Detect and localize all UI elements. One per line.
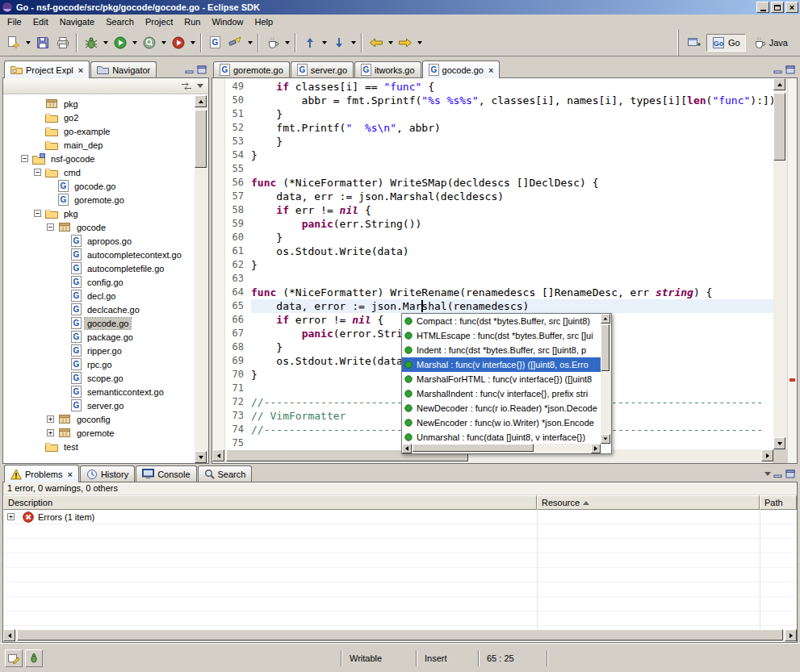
collapse-icon[interactable]: −: [34, 169, 41, 176]
code-line-61[interactable]: os.Stdout.Write(data): [251, 244, 773, 258]
code-line-59[interactable]: panic(err.String()): [251, 217, 773, 231]
expand-icon[interactable]: +: [47, 429, 54, 436]
tree-item-goremote-go[interactable]: Ggoremote.go: [3, 193, 195, 207]
tree-item-package-go[interactable]: Gpackage.go: [3, 330, 195, 344]
code-line-57[interactable]: data, err := json.Marshal(decldescs): [251, 190, 773, 203]
scroll-up-icon[interactable]: [195, 95, 207, 107]
close-tab-icon[interactable]: ×: [67, 470, 72, 478]
new-java-element-dropdown-icon[interactable]: [283, 32, 291, 52]
view-menu-icon[interactable]: [764, 472, 771, 476]
minimize-view-icon[interactable]: [773, 470, 783, 478]
close-window-icon[interactable]: ×: [785, 2, 798, 13]
search-button[interactable]: [225, 32, 245, 52]
code-line-55[interactable]: [251, 162, 773, 176]
menu-search[interactable]: Search: [100, 15, 140, 28]
open-perspective-button[interactable]: [684, 32, 704, 52]
tree-item-cmd[interactable]: −cmd: [3, 165, 195, 179]
tree-item-goremote[interactable]: +goremote: [3, 426, 195, 440]
previous-annotation-dropdown-icon[interactable]: [320, 32, 329, 52]
tree-item-go-example[interactable]: go-example: [3, 124, 195, 138]
code-line-58[interactable]: if err != nil {: [251, 203, 773, 217]
forward-history-button[interactable]: [395, 32, 415, 52]
next-annotation-button[interactable]: [329, 32, 349, 52]
perspective-go[interactable]: GoGo: [706, 34, 746, 52]
tree-scrollbar[interactable]: [195, 95, 208, 463]
problems-row-errors-1-item[interactable]: +Errors (1 item): [3, 510, 797, 524]
view-tab-search[interactable]: Search: [198, 465, 253, 482]
previous-annotation-button[interactable]: [299, 32, 320, 52]
editor-tab-gocode-go[interactable]: Ggocode.go×: [422, 61, 501, 78]
completion-compact[interactable]: Compact : func(dst *bytes.Buffer, src []…: [402, 314, 601, 328]
code-line-51[interactable]: }: [251, 107, 773, 121]
new-wizard-button[interactable]: [3, 32, 23, 52]
view-tab-problems[interactable]: Problems×: [4, 465, 79, 482]
forward-history-dropdown-icon[interactable]: [415, 32, 424, 52]
link-with-editor-icon[interactable]: [181, 81, 192, 91]
tree-item-declcache-go[interactable]: Gdeclcache.go: [3, 303, 195, 316]
fast-view-icon[interactable]: [5, 649, 23, 667]
view-tab-console[interactable]: Console: [136, 465, 196, 482]
maximize-view-icon[interactable]: [197, 65, 207, 74]
popup-horizontal-scrollbar[interactable]: [402, 444, 601, 453]
new-java-element-button[interactable]: [262, 32, 283, 52]
tree-item-goconfig[interactable]: +goconfig: [3, 412, 195, 426]
code-line-50[interactable]: abbr = fmt.Sprintf("%s %s%s", classes[i]…: [251, 94, 773, 107]
completion-indent[interactable]: Indent : func(dst *bytes.Buffer, src []u…: [402, 343, 601, 357]
tree-item-rpc-go[interactable]: Grpc.go: [3, 357, 195, 371]
scroll-up-icon[interactable]: [773, 78, 785, 90]
collapse-icon[interactable]: −: [34, 210, 41, 217]
run-button[interactable]: [110, 32, 130, 52]
view-tab-history[interactable]: History: [80, 465, 135, 482]
code-line-63[interactable]: [251, 272, 773, 286]
tree-item-config-go[interactable]: Gconfig.go: [3, 275, 195, 289]
scroll-down-icon[interactable]: [195, 451, 207, 463]
tree-item-scope-go[interactable]: Gscope.go: [3, 371, 195, 385]
menu-window[interactable]: Window: [206, 15, 249, 28]
column-header-path[interactable]: Path: [760, 495, 797, 510]
maximize-editor-icon[interactable]: [785, 65, 795, 74]
editor-vertical-scrollbar[interactable]: [773, 78, 787, 449]
completion-marshal[interactable]: Marshal : func(v interface{}) ([]uint8, …: [402, 357, 601, 372]
problems-horizontal-scrollbar[interactable]: [3, 629, 797, 642]
completion-unmarshal[interactable]: Unmarshal : func(data []uint8, v interfa…: [402, 430, 601, 444]
run-profile-button[interactable]: [168, 32, 188, 52]
new-wizard-dropdown-icon[interactable]: [23, 32, 32, 52]
view-menu-icon[interactable]: [197, 84, 203, 88]
code-line-65[interactable]: data, error := json.Marshal(renamedescs): [251, 299, 773, 313]
tree-item-semanticcontext-go[interactable]: Gsemanticcontext.go: [3, 385, 195, 399]
back-history-button[interactable]: [366, 32, 386, 52]
tree-item-go2[interactable]: go2: [3, 111, 195, 124]
code-line-54[interactable]: }: [251, 148, 773, 162]
completion-marshalforhtml[interactable]: MarshalForHTML : func(v interface{}) ([]…: [402, 372, 601, 386]
menu-run[interactable]: Run: [178, 15, 206, 28]
tree-item-pkg[interactable]: pkg: [3, 97, 195, 111]
minimize-view-icon[interactable]: [185, 65, 195, 74]
completion-newdecoder[interactable]: NewDecoder : func(r io.Reader) *json.Dec…: [402, 401, 601, 415]
maximize-window-icon[interactable]: [771, 2, 784, 13]
scroll-left-icon[interactable]: [212, 449, 224, 461]
run-coverage-dropdown-icon[interactable]: [159, 32, 168, 52]
collapse-icon[interactable]: −: [47, 223, 54, 231]
overview-ruler[interactable]: [787, 78, 797, 463]
editor-tab-itworks-go[interactable]: Gitworks.go: [354, 61, 421, 77]
close-tab-icon[interactable]: ×: [488, 66, 493, 74]
tree-item-gocode-go[interactable]: Ggocode.go: [3, 316, 195, 330]
run-coverage-button[interactable]: [139, 32, 159, 52]
tree-item-apropos-go[interactable]: Gapropos.go: [3, 234, 195, 248]
scroll-right-icon[interactable]: [785, 629, 797, 641]
tree-item-gocode-go[interactable]: Ggocode.go: [3, 179, 195, 193]
tree-item-decl-go[interactable]: Gdecl.go: [3, 289, 195, 303]
new-go-file-button[interactable]: G: [205, 32, 225, 52]
code-line-53[interactable]: }: [251, 135, 773, 148]
scroll-left-icon[interactable]: [3, 629, 15, 641]
code-line-64[interactable]: func (*NiceFormatter) WriteRename(rename…: [251, 286, 773, 299]
editor-tab-goremote-go[interactable]: Ggoremote.go: [213, 61, 290, 77]
close-tab-icon[interactable]: ×: [78, 66, 83, 74]
view-tab-project-expl[interactable]: Project Expl×: [4, 61, 90, 78]
scroll-right-icon[interactable]: [591, 444, 601, 453]
tree-item-pkg[interactable]: −pkg: [3, 207, 195, 220]
column-divider[interactable]: [537, 510, 538, 629]
code-line-60[interactable]: }: [251, 231, 773, 244]
expand-icon[interactable]: +: [7, 513, 15, 520]
code-line-62[interactable]: }: [251, 258, 773, 272]
